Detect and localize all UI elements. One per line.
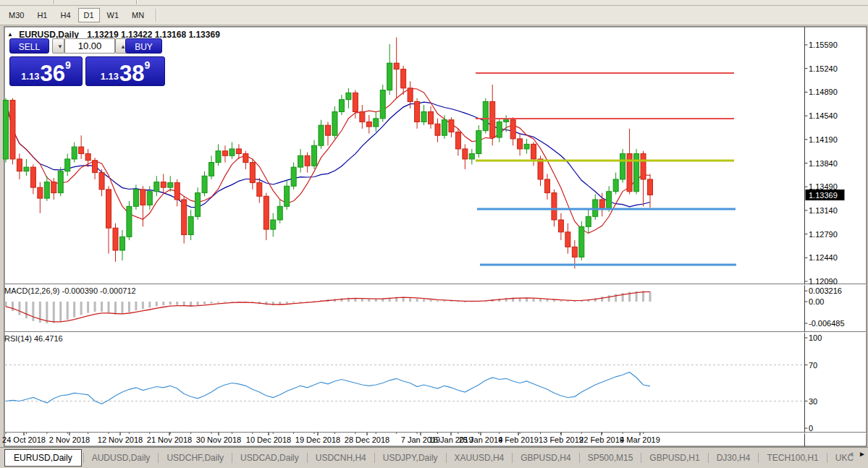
tab-sp500-m15[interactable]: SP500,M15 — [581, 450, 640, 466]
tab-separator — [758, 453, 759, 463]
macd-histogram-bar — [450, 301, 452, 302]
tab-dj30-h4[interactable]: DJ30,H4 — [710, 450, 757, 466]
macd-histogram-bar — [203, 302, 206, 305]
macd-histogram-bar — [12, 302, 14, 311]
macd-label: MACD(12,26,9) -0.000390 -0.000712 — [4, 286, 136, 295]
tab-usdcnh-h4[interactable]: USDCNH,H4 — [309, 450, 373, 466]
macd-histogram-bar — [101, 302, 103, 312]
tab-gbpusd-h1[interactable]: GBPUSD,H1 — [643, 450, 706, 466]
macd-histogram-bar — [430, 300, 432, 302]
buy-price-big: 38 — [119, 64, 144, 85]
tab-xauusd-h4[interactable]: XAUUSD,H4 — [448, 450, 511, 466]
macd-histogram-bar — [224, 302, 226, 302]
macd-histogram-bar — [169, 302, 172, 305]
date-axis[interactable] — [5, 433, 804, 446]
price-axis[interactable] — [805, 27, 868, 432]
sell-price-big: 36 — [41, 64, 65, 85]
tab-separator — [641, 453, 641, 463]
tab-usdjpy-daily[interactable]: USDJPY,Daily — [376, 450, 444, 466]
tab-scroll-left-icon[interactable]: ◄ — [847, 450, 854, 458]
tab-separator — [232, 453, 232, 463]
macd-histogram-bar — [526, 298, 528, 302]
sell-price-sup: 9 — [65, 59, 71, 71]
buy-price-sup: 9 — [145, 59, 151, 71]
macd-histogram-bar — [73, 302, 75, 318]
tab-gbpusd-h4[interactable]: GBPUSD,H4 — [514, 450, 577, 466]
macd-histogram-bar — [148, 302, 151, 307]
mt4-window: M30H1H4D1W1MN 1.155901.152401.148901.145… — [0, 0, 868, 468]
macd-histogram-bar — [368, 299, 370, 302]
macd-histogram-bar — [286, 302, 288, 304]
one-click-trading-panel: SELL ▼ 10.00 ▲ BUY 1.13369 1.13389 — [9, 38, 165, 86]
tab-separator — [827, 453, 827, 463]
macd-histogram-bar — [553, 300, 555, 302]
volume-decrease-button[interactable]: ▼ — [52, 38, 64, 54]
tab-separator — [307, 453, 308, 463]
macd-histogram-bar — [533, 298, 535, 302]
tab-usdcad-daily[interactable]: USDCAD,Daily — [234, 450, 306, 466]
tab-separator — [158, 453, 159, 463]
macd-histogram-bar — [642, 291, 644, 302]
macd-histogram-bar — [46, 302, 48, 323]
buy-price-prefix: 1.13 — [101, 71, 119, 82]
macd-histogram-bar — [649, 292, 651, 302]
tab-eurusd-daily[interactable]: EURUSD,Daily — [4, 449, 82, 467]
macd-histogram-bar — [546, 299, 548, 302]
tab-separator — [708, 453, 709, 463]
macd-histogram-bar — [416, 299, 418, 302]
macd-histogram-bar — [560, 301, 562, 302]
tab-separator — [374, 453, 375, 463]
macd-histogram-bar — [292, 302, 295, 302]
macd-histogram-bar — [457, 302, 459, 302]
macd-histogram-bar — [409, 297, 411, 302]
macd-histogram-bar — [437, 301, 439, 302]
buy-price-box[interactable]: 1.13389 — [85, 56, 165, 86]
macd-histogram-bar — [608, 295, 610, 302]
macd-histogram-bar — [25, 302, 28, 318]
macd-histogram-bar — [18, 302, 20, 315]
macd-histogram-bar — [423, 299, 425, 302]
tab-usdchf-daily[interactable]: USDCHF,Daily — [160, 450, 230, 466]
volume-input[interactable]: 10.00 — [64, 38, 115, 54]
macd-histogram-bar — [67, 302, 69, 320]
sell-price-box[interactable]: 1.13369 — [9, 56, 83, 86]
macd-histogram-bar — [265, 302, 267, 305]
tab-scroll-right-icon[interactable]: ► — [859, 450, 866, 458]
sell-price-prefix: 1.13 — [21, 71, 39, 82]
tab-separator — [512, 453, 513, 463]
sell-button[interactable]: SELL — [9, 38, 49, 54]
macd-histogram-bar — [128, 302, 130, 312]
tab-separator — [579, 453, 580, 463]
chart-tab-bar: EURUSD,DailyAUDUSD,DailyUSDCHF,DailyUSDC… — [0, 447, 868, 468]
buy-button[interactable]: BUY — [125, 38, 162, 54]
macd-histogram-bar — [375, 299, 377, 302]
tab-audusd-daily[interactable]: AUDUSD,Daily — [85, 450, 157, 466]
tab-tech100-h1[interactable]: TECH100,H1 — [760, 450, 825, 466]
macd-histogram-bar — [53, 302, 55, 323]
macd-histogram-bar — [59, 302, 62, 322]
rsi-label: RSI(14) 46.4716 — [4, 334, 63, 343]
macd-histogram-bar — [156, 302, 158, 306]
tab-separator — [446, 453, 447, 463]
macd-histogram-bar — [121, 302, 123, 314]
macd-histogram-bar — [80, 302, 83, 315]
macd-histogram-bar — [108, 302, 110, 313]
macd-histogram-bar — [594, 298, 597, 302]
macd-histogram-bar — [464, 302, 466, 302]
macd-histogram-bar — [197, 302, 199, 305]
macd-histogram-bar — [567, 301, 569, 302]
macd-histogram-bar — [615, 294, 617, 302]
macd-histogram-bar — [114, 302, 117, 315]
macd-histogram-bar — [32, 302, 34, 321]
macd-histogram-bar — [142, 302, 144, 309]
macd-histogram-bar — [87, 302, 89, 313]
macd-histogram-bar — [300, 302, 302, 302]
macd-histogram-bar — [217, 302, 219, 302]
macd-histogram-bar — [5, 302, 7, 307]
macd-histogram-bar — [94, 302, 96, 312]
macd-histogram-bar — [211, 302, 213, 303]
collapse-triangle-icon[interactable]: ▲ — [7, 31, 13, 38]
macd-histogram-bar — [601, 297, 603, 302]
macd-histogram-bar — [443, 301, 445, 302]
tab-scroll-arrows: ◄ ► — [847, 450, 866, 458]
